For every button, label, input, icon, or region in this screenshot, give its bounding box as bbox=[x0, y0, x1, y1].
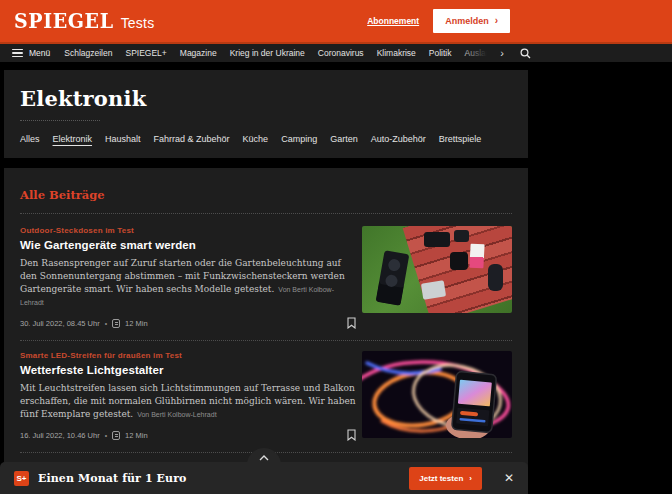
article-meta: 30. Juli 2022, 08.45 Uhr • 12 Min bbox=[20, 317, 356, 329]
site-header: SPIEGEL Tests Abonnement Anmelden › bbox=[0, 0, 672, 42]
search-icon[interactable] bbox=[520, 48, 531, 59]
article-image-garden-plugs[interactable] bbox=[362, 226, 512, 313]
outdoor-socket-tower bbox=[376, 250, 410, 306]
reading-time: 12 Min bbox=[125, 431, 148, 440]
tests-logo-suffix: Tests bbox=[121, 15, 155, 31]
category-header-card: Elektronik Alles Elektronik Haushalt Fah… bbox=[4, 70, 528, 158]
nav-item-magazine[interactable]: Magazine bbox=[180, 48, 217, 58]
tab-elektronik[interactable]: Elektronik bbox=[53, 134, 93, 147]
reading-time-icon bbox=[112, 431, 120, 440]
nav-item-krieg-ukraine[interactable]: Krieg in der Ukraine bbox=[230, 48, 305, 58]
anmelden-label: Anmelden bbox=[445, 16, 489, 26]
tab-camping[interactable]: Camping bbox=[281, 134, 317, 147]
article-text: Outdoor-Steckdosen im Test Wie Gartenger… bbox=[20, 226, 362, 329]
header-actions: Abonnement Anmelden › bbox=[367, 9, 510, 33]
nav-item-schlagzeilen[interactable]: Schlagzeilen bbox=[64, 48, 112, 58]
nav-items-wrap: Schlagzeilen SPIEGEL+ Magazine Krieg in … bbox=[64, 48, 492, 58]
article-list-card: Alle Beiträge Outdoor-Steckdosen im Test… bbox=[4, 168, 528, 494]
article-gartengeraete[interactable]: Outdoor-Steckdosen im Test Wie Gartenger… bbox=[20, 226, 512, 329]
main-nav: Menü Schlagzeilen SPIEGEL+ Magazine Krie… bbox=[0, 42, 672, 62]
product-box bbox=[469, 244, 484, 269]
article-meta: 16. Juli 2022, 10.46 Uhr • 12 Min bbox=[20, 429, 356, 441]
category-tabs: Alles Elektronik Haushalt Fahrrad & Zube… bbox=[20, 134, 512, 147]
reading-time-icon bbox=[112, 319, 120, 328]
meta-separator-dot: • bbox=[105, 320, 107, 327]
meta-separator-dot: • bbox=[105, 432, 107, 439]
tab-kueche[interactable]: Küche bbox=[243, 134, 269, 147]
bookmark-icon[interactable] bbox=[347, 317, 356, 329]
article-teaser: Mit Leuchtstreifen lassen sich Lichtstim… bbox=[20, 382, 356, 421]
article-led-streifen[interactable]: Smarte LED-Streifen für draußen im Test … bbox=[20, 351, 512, 441]
article-image-led-strips[interactable] bbox=[362, 351, 512, 438]
article-kicker[interactable]: Outdoor-Steckdosen im Test bbox=[20, 226, 356, 235]
tab-brettspiele[interactable]: Brettspiele bbox=[439, 134, 482, 147]
black-smart-plug bbox=[450, 252, 468, 270]
article-date: 30. Juli 2022, 08.45 Uhr bbox=[20, 319, 100, 328]
spiegel-logo: SPIEGEL bbox=[14, 9, 114, 32]
spiegel-plus-badge: S+ bbox=[14, 471, 29, 486]
anmelden-button[interactable]: Anmelden › bbox=[433, 9, 510, 33]
nav-items: Schlagzeilen SPIEGEL+ Magazine Krieg in … bbox=[64, 48, 492, 58]
page: SPIEGEL Tests Abonnement Anmelden › Menü… bbox=[0, 0, 672, 494]
jetzt-testen-button[interactable]: Jetzt testen › bbox=[409, 467, 482, 490]
article-text: Smarte LED-Streifen für draußen im Test … bbox=[20, 351, 362, 441]
dotted-divider bbox=[20, 120, 100, 121]
tab-fahrrad-zubehoer[interactable]: Fahrrad & Zubehör bbox=[154, 134, 230, 147]
nav-item-politik[interactable]: Politik bbox=[429, 48, 452, 58]
close-icon[interactable]: ✕ bbox=[504, 472, 514, 484]
tab-garten[interactable]: Garten bbox=[330, 134, 358, 147]
article-kicker[interactable]: Smarte LED-Streifen für draußen im Test bbox=[20, 351, 356, 360]
tab-haushalt[interactable]: Haushalt bbox=[105, 134, 141, 147]
article-divider bbox=[20, 340, 512, 341]
tab-alles[interactable]: Alles bbox=[20, 134, 40, 147]
black-device bbox=[424, 232, 450, 247]
nav-item-ausland[interactable]: Ausland bbox=[465, 48, 493, 58]
black-smart-plug bbox=[488, 264, 503, 291]
section-title: Alle Beiträge bbox=[20, 188, 512, 202]
bookmark-icon[interactable] bbox=[347, 429, 356, 441]
subscription-banner: S+ Einen Monat für 1 Euro Jetzt testen ›… bbox=[0, 462, 528, 494]
nav-item-spiegel-plus[interactable]: SPIEGEL+ bbox=[125, 48, 166, 58]
banner-offer-text: Einen Monat für 1 Euro bbox=[38, 472, 187, 485]
page-title: Elektronik bbox=[20, 86, 512, 111]
article-author: Von Berti Kolbow-Lehradt bbox=[137, 411, 216, 418]
spiegel-tests-logo[interactable]: SPIEGEL Tests bbox=[14, 10, 154, 32]
menu-label[interactable]: Menü bbox=[29, 48, 50, 58]
hamburger-menu-icon[interactable] bbox=[12, 49, 23, 57]
nav-scroll-chevron-icon[interactable]: › bbox=[500, 48, 504, 59]
article-date: 16. Juli 2022, 10.46 Uhr bbox=[20, 431, 100, 440]
dotted-divider bbox=[20, 213, 512, 214]
tab-auto-zubehoer[interactable]: Auto-Zubehör bbox=[371, 134, 426, 147]
article-title[interactable]: Wie Gartengeräte smart werden bbox=[20, 239, 356, 251]
chevron-right-icon: › bbox=[469, 474, 472, 483]
nav-item-coronavirus[interactable]: Coronavirus bbox=[318, 48, 364, 58]
nav-item-klimakrise[interactable]: Klimakrise bbox=[377, 48, 416, 58]
chevron-right-icon: › bbox=[495, 16, 498, 26]
black-device bbox=[454, 230, 469, 242]
reading-time: 12 Min bbox=[125, 319, 148, 328]
article-teaser: Den Rasensprenger auf Zuruf starten oder… bbox=[20, 257, 356, 309]
article-title[interactable]: Wetterfeste Lichtgestalter bbox=[20, 364, 356, 376]
abonnement-link[interactable]: Abonnement bbox=[367, 16, 419, 26]
cta-label: Jetzt testen bbox=[419, 474, 463, 483]
